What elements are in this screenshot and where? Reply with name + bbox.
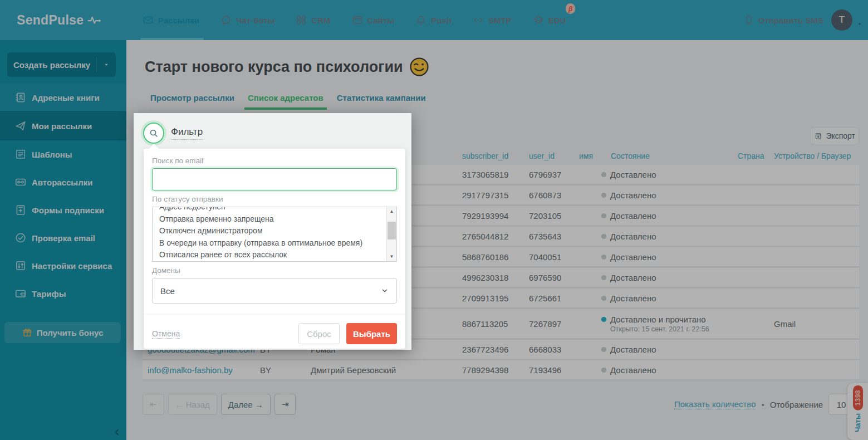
status-filter-label: По статусу отправки [152,195,397,203]
search-icon [149,128,159,138]
status-option[interactable]: Отправка временно запрещена [159,213,384,226]
status-option[interactable]: Адрес недоступен [159,207,384,213]
scrollbar-down-icon[interactable]: ▼ [387,253,396,261]
filter-modal: Фильтр Поиск по email По статусу отправк… [134,113,411,350]
scrollbar-thumb[interactable] [388,222,396,239]
cancel-link[interactable]: Отмена [152,329,180,339]
status-option[interactable]: Отписался ранее от всех рассылок [159,249,384,261]
status-options-list: Адрес недоступенОтправка временно запрещ… [153,207,396,261]
filter-header: Фильтр [134,113,411,144]
filter-footer: Отмена Сброс Выбрать [152,315,397,344]
modal-overlay[interactable] [0,0,868,440]
domains-label: Домены [152,266,397,275]
domains-select[interactable]: Все [152,278,397,304]
domains-selected-value: Все [160,286,175,296]
filter-panel: Поиск по email По статусу отправки Адрес… [144,149,405,349]
email-search-label: Поиск по email [152,157,397,165]
status-option[interactable]: Отключен администратором [159,225,384,237]
email-search-input[interactable] [152,168,397,190]
filter-title[interactable]: Фильтр [171,126,203,140]
filter-search-button[interactable] [143,123,164,144]
scrollbar-up-icon[interactable]: ▲ [387,208,396,216]
apply-button[interactable]: Выбрать [346,323,397,344]
chevron-down-icon [381,287,389,295]
status-option[interactable]: В очереди на отправку (отправка в оптима… [159,237,384,250]
listbox-scrollbar[interactable]: ▲ ▼ [386,207,396,261]
status-listbox[interactable]: Адрес недоступенОтправка временно запрещ… [152,207,397,262]
reset-button[interactable]: Сброс [298,323,340,344]
